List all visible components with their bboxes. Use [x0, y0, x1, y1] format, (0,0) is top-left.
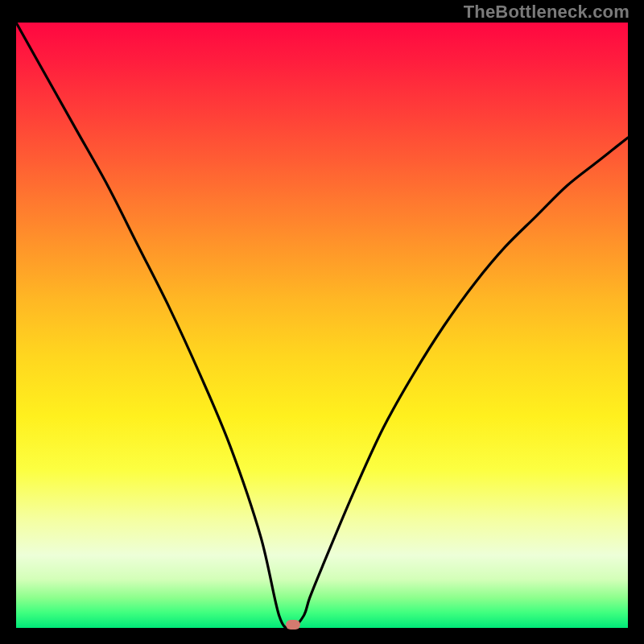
plot-area: [16, 23, 628, 628]
watermark-text: TheBottleneck.com: [464, 2, 630, 23]
chart-container: TheBottleneck.com: [0, 0, 644, 644]
gradient-background: [16, 23, 628, 628]
optimal-point-marker: [286, 620, 300, 630]
